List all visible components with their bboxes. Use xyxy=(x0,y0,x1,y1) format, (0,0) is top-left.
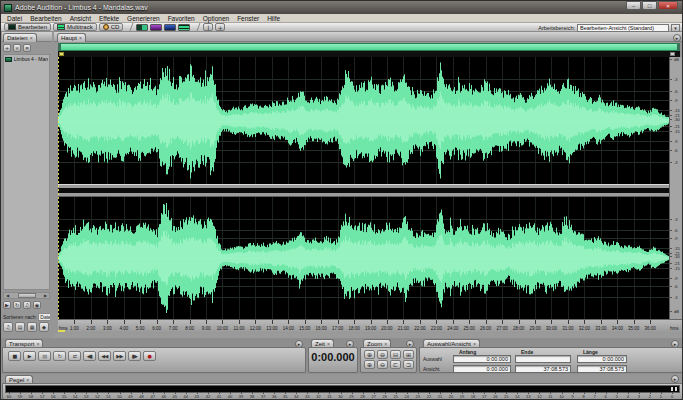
menu-item-favoriten[interactable]: Favoriten xyxy=(164,15,199,22)
overview-left-handle[interactable] xyxy=(58,44,61,50)
play-looped-button[interactable]: ↻ xyxy=(53,351,66,361)
waveform-display[interactable] xyxy=(58,57,669,319)
zoom-left-edge-button[interactable]: ⊏ xyxy=(390,360,401,369)
workspace-label: Arbeitsbereich: xyxy=(538,25,575,31)
ruler-tick xyxy=(403,320,404,324)
ruler-tick xyxy=(74,320,75,324)
scroll-right-handle[interactable] xyxy=(670,52,675,56)
cd-icon xyxy=(103,24,109,30)
zoom-out-vertical-button[interactable]: ⊖ xyxy=(377,360,388,369)
play-preview-button[interactable]: ▶ xyxy=(3,301,11,309)
scroll-right-icon[interactable]: ▶ xyxy=(42,293,49,298)
menu-item-datei[interactable]: Datei xyxy=(3,15,26,22)
files-horizontal-scrollbar[interactable]: ◀ ▶ xyxy=(3,292,50,299)
show-audio-files-toggle[interactable]: ♫ xyxy=(3,322,13,332)
level-tick-label: 53 xyxy=(84,394,88,399)
file-list-item[interactable]: Limbus 4 - Mand xyxy=(4,55,49,63)
go-to-start-button[interactable]: ◀▮ xyxy=(83,351,96,361)
marquee-selection-tool-icon[interactable]: + xyxy=(215,23,225,31)
db-tick xyxy=(670,311,672,312)
menu-item-optionen[interactable]: Optionen xyxy=(199,15,233,22)
cd-view-button[interactable]: CD xyxy=(99,23,124,31)
ruler-tick-label: 9:00 xyxy=(202,326,211,331)
selection-field-ansicht-2[interactable]: 37:08.573 xyxy=(577,365,627,373)
ruler-tick-label: 29:00 xyxy=(529,326,540,331)
fast-forward-button[interactable]: ▶▶ xyxy=(113,351,126,361)
spectral-phase-icon[interactable] xyxy=(178,24,190,31)
selection-field-ansicht-0[interactable]: 0:00.000 xyxy=(453,365,511,373)
selection-field-auswahl-1[interactable] xyxy=(515,355,571,363)
ruler-tick xyxy=(617,320,618,324)
db-tick xyxy=(670,162,672,163)
close-file-button[interactable]: × xyxy=(13,44,21,52)
minimize-button[interactable]: – xyxy=(626,1,641,10)
zoom-in-horizontal-button[interactable]: ⊕ xyxy=(364,350,375,359)
scroll-left-icon[interactable]: ◀ xyxy=(4,293,11,298)
overview-right-handle[interactable] xyxy=(677,44,680,50)
workspace-select[interactable]: Bearbeiten-Ansicht (Standard) xyxy=(577,24,669,32)
main-panel-menu-button[interactable]: ▸ xyxy=(673,34,681,42)
level-tick-label: 50 xyxy=(117,394,121,399)
zoom-right-edge-button[interactable]: ⊐ xyxy=(403,360,414,369)
level-tick-label: 60 xyxy=(7,394,11,399)
level-tick-label: 22 xyxy=(427,394,431,399)
close-button[interactable]: × xyxy=(658,1,678,10)
level-tick-label: 7 xyxy=(594,394,596,399)
waveform-view-icon[interactable] xyxy=(136,24,148,31)
import-file-button[interactable]: + xyxy=(3,44,11,52)
maximize-button[interactable]: □ xyxy=(642,1,657,10)
edit-view-button[interactable]: Bearbeiten xyxy=(4,23,51,31)
stop-button[interactable]: ■ xyxy=(8,351,21,361)
menu-item-hilfe[interactable]: Hilfe xyxy=(263,15,284,22)
tab-haupt[interactable]: Haupt× xyxy=(57,33,86,42)
menu-item-fenster[interactable]: Fenster xyxy=(233,15,263,22)
waveform-area[interactable] xyxy=(58,57,669,319)
zoom-in-vertical-button[interactable]: ⊕ xyxy=(364,360,375,369)
title-bar[interactable]: Adobe Audition - Limbus 4 - Mandalas.wav xyxy=(1,1,683,14)
scroll-left-handle[interactable] xyxy=(59,52,64,56)
playhead-marker[interactable] xyxy=(58,330,65,332)
tab-close-icon[interactable]: × xyxy=(30,35,33,41)
zoom-selection-button[interactable]: ⊞ xyxy=(403,350,414,359)
spectral-frequency-icon[interactable] xyxy=(150,24,162,31)
tab-close-icon[interactable]: × xyxy=(79,35,82,41)
db-tick xyxy=(670,141,672,142)
show-loop-files-toggle[interactable]: ▤ xyxy=(15,322,25,332)
time-selection-tool-icon[interactable]: I xyxy=(203,23,213,31)
ruler-tick-label: 7:00 xyxy=(169,326,178,331)
rewind-button[interactable]: ◀◀ xyxy=(98,351,111,361)
menu-item-generieren[interactable]: Generieren xyxy=(123,15,164,22)
pause-button[interactable]: ▮▮ xyxy=(38,351,51,361)
overview-scrollbar[interactable] xyxy=(58,43,680,51)
loop-preview-button[interactable]: ↻ xyxy=(13,301,21,309)
record-button[interactable]: ● xyxy=(143,351,156,361)
auto-play-toggle[interactable]: ♫ xyxy=(23,301,31,309)
selection-field-auswahl-0[interactable]: 0:00.000 xyxy=(453,355,511,363)
scrollbar-thumb[interactable] xyxy=(18,293,36,298)
menu-item-ansicht[interactable]: Ansicht xyxy=(66,15,95,22)
selection-field-ansicht-1[interactable]: 37:08.573 xyxy=(515,365,571,373)
pegel-panel-menu-button[interactable]: ▸ xyxy=(671,375,679,383)
spectral-pan-icon[interactable] xyxy=(164,24,176,31)
show-video-files-toggle[interactable]: ▦ xyxy=(27,322,37,332)
level-tick-label: 1 xyxy=(660,394,662,399)
sort-select[interactable]: Datein xyxy=(38,313,50,321)
play-button[interactable]: ▶ xyxy=(23,351,36,361)
level-tick-label: 16 xyxy=(493,394,497,399)
go-to-end-button[interactable]: ▮▶ xyxy=(128,351,141,361)
level-meter[interactable] xyxy=(5,385,680,393)
tab-dateien[interactable]: Dateien× xyxy=(3,33,37,42)
zoom-full-button[interactable]: ⊟ xyxy=(390,350,401,359)
panel-options-button[interactable]: ≡ xyxy=(23,44,31,52)
time-ruler[interactable]: hms1:002:003:004:005:006:007:008:009:001… xyxy=(58,319,683,333)
selection-field-auswahl-2[interactable]: 0:00.000 xyxy=(577,355,627,363)
multitrack-view-button[interactable]: Multitrack xyxy=(53,23,97,31)
files-list[interactable]: Limbus 4 - Mand xyxy=(3,54,50,290)
workspace-dropdown-icon[interactable]: ▾ xyxy=(671,24,680,32)
menu-item-effekte[interactable]: Effekte xyxy=(95,15,123,22)
menu-item-bearbeiten[interactable]: Bearbeiten xyxy=(26,15,65,22)
show-midi-files-toggle[interactable]: ◆ xyxy=(39,322,49,332)
loop-button[interactable]: ⇄ xyxy=(68,351,81,361)
preview-volume-button[interactable]: ◉ xyxy=(33,301,41,309)
zoom-out-horizontal-button[interactable]: ⊖ xyxy=(377,350,388,359)
